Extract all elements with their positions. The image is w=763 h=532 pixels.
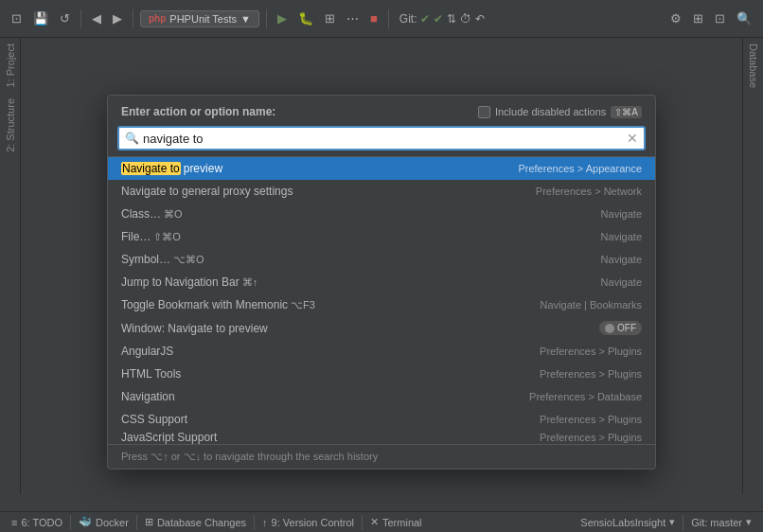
statusbar-docker[interactable]: 🐳 Docker [73,512,134,533]
toolbar-run-button[interactable]: ▶ [274,9,291,28]
git-check-icon: ✔ [420,12,430,26]
vc-label: 9: Version Control [272,517,354,528]
git-history-icon: ⏱ [460,12,471,26]
statusbar-sep-5 [683,515,683,530]
result-item-4[interactable]: Symbol… ⌥⌘O Navigate [108,248,655,271]
statusbar-sep-3 [254,515,255,530]
result-category-6: Navigate | Bookmarks [541,299,642,310]
phpunit-label: PHPUnit Tests [169,13,237,25]
result-name-5: Jump to Navigation Bar ⌘↑ [121,275,601,289]
result-name-3: File… ⇧⌘O [121,230,601,243]
result-item-11[interactable]: CSS Support Preferences > Plugins [108,408,655,431]
db-changes-label: Database Changes [157,517,246,528]
result-text-5: Jump to Navigation Bar [121,275,240,289]
toolbar-layout-button[interactable]: ⊞ [689,9,707,28]
toolbar-button-1[interactable]: ⊡ [8,9,26,28]
toolbar-button-forward[interactable]: ▶ [109,9,126,28]
result-text-6: Toggle Bookmark with Mnemonic [121,298,288,311]
statusbar-todo[interactable]: ≡ 6: TODO [6,512,68,533]
sidebar-item-structure[interactable]: 2: Structure [5,93,16,158]
todo-label: 6: TODO [21,517,62,528]
search-clear-icon[interactable]: ✕ [627,131,638,146]
todo-icon: ≡ [11,517,17,528]
main-area: Enter action or option name: Include dis… [21,38,742,494]
terminal-icon: ✕ [370,516,379,528]
toggle-off-badge[interactable]: OFF [599,321,642,335]
statusbar: ≡ 6: TODO 🐳 Docker ⊞ Database Changes ↑ … [0,511,763,532]
dialog-overlay: Enter action or option name: Include dis… [21,38,742,494]
result-name-8: AngularJS [121,345,540,358]
vc-icon: ↑ [262,517,268,528]
result-category-3: Navigate [601,231,642,242]
include-disabled-checkbox[interactable] [478,106,490,118]
result-item-10[interactable]: Navigation Preferences > Database [108,385,655,408]
statusbar-db-changes[interactable]: ⊞ Database Changes [139,512,252,533]
git-status-label: Git: master [691,517,742,528]
result-name-9: HTML Tools [121,367,540,381]
phpunit-selector[interactable]: php PHPUnit Tests ▼ [140,10,259,27]
sidebar-item-project[interactable]: 1: Project [5,38,16,93]
toolbar-sep-1 [80,9,81,28]
result-shortcut-3: ⇧⌘O [153,231,181,243]
result-item-8[interactable]: AngularJS Preferences > Plugins [108,340,655,363]
search-input[interactable] [143,132,623,146]
statusbar-sensio[interactable]: SensioLabsInsight ▾ [575,512,681,533]
result-item-5[interactable]: Jump to Navigation Bar ⌘↑ Navigate [108,271,655,293]
result-name-1: Navigate to general proxy settings [121,185,536,198]
result-item-6[interactable]: Toggle Bookmark with Mnemonic ⌥F3 Naviga… [108,293,655,316]
result-item-1[interactable]: Navigate to general proxy settings Prefe… [108,180,655,203]
sidebar-right: Database [742,38,763,494]
sidebar-left: 1: Project 2: Structure [0,38,21,494]
toolbar-debug-button[interactable]: 🐛 [294,9,317,28]
result-item-7[interactable]: Window: Navigate to preview OFF [108,316,655,340]
sidebar-item-database[interactable]: Database [748,38,759,94]
toolbar-right: ⚙ ⊞ ⊡ 🔍 [666,9,755,28]
toolbar-coverage-button[interactable]: ⊞ [321,9,339,28]
toolbar-inspect-button[interactable]: ⊡ [711,9,729,28]
result-item-0[interactable]: Navigate to preview Preferences > Appear… [108,157,655,180]
statusbar-git[interactable]: Git: master ▾ [685,512,757,533]
result-shortcut-4: ⌥⌘O [173,254,204,266]
result-item-2[interactable]: Class… ⌘O Navigate [108,203,655,225]
toolbar-button-back[interactable]: ◀ [88,9,105,28]
result-text-4: Symbol… [121,253,170,266]
sensio-label: SensioLabsInsight [580,517,665,528]
result-name-12: JavaScript Support [121,431,540,444]
toolbar-button-refresh[interactable]: ↺ [56,9,74,28]
result-text-2: Class… [121,207,161,221]
result-item-12[interactable]: JavaScript Support Preferences > Plugins [108,431,655,444]
result-text-12: JavaScript Support [121,431,217,444]
footer-hint: Press ⌥↑ or ⌥↓ to navigate through the s… [121,451,378,462]
git-label: Git: [399,12,417,26]
result-item-9[interactable]: HTML Tools Preferences > Plugins [108,363,655,385]
statusbar-version-control[interactable]: ↑ 9: Version Control [257,512,360,533]
result-suffix-0: preview [184,162,222,175]
toolbar-search-button[interactable]: 🔍 [733,9,755,28]
toolbar-more-button[interactable]: ⋯ [343,9,363,28]
result-category-11: Preferences > Plugins [540,414,642,425]
toolbar-button-save[interactable]: 💾 [29,9,52,28]
result-name-2: Class… ⌘O [121,207,601,221]
result-name-7: Window: Navigate to preview [121,322,592,335]
result-category-10: Preferences > Database [529,391,642,402]
action-dialog: Enter action or option name: Include dis… [107,95,656,470]
toolbar-sep-2 [133,9,133,28]
phpunit-icon: php [149,13,166,24]
statusbar-terminal[interactable]: ✕ Terminal [364,512,428,533]
result-category-0: Preferences > Appearance [518,163,642,174]
git-arrow-icon: ⇅ [447,12,456,26]
toggle-dot [605,324,614,333]
toolbar-settings-button[interactable]: ⚙ [666,9,685,28]
include-disabled-section: Include disabled actions ⇧⌘A [478,106,642,118]
result-name-11: CSS Support [121,413,540,426]
result-text-7: Window: Navigate to preview [121,322,268,335]
result-text-10: Navigation [121,390,175,403]
toolbar-stop-button[interactable]: ■ [366,9,382,28]
toolbar-sep-4 [388,9,389,28]
result-item-3[interactable]: File… ⇧⌘O Navigate [108,225,655,248]
result-category-9: Preferences > Plugins [540,368,642,380]
docker-icon: 🐳 [79,516,92,528]
dialog-header: Enter action or option name: Include dis… [108,96,655,126]
statusbar-sep-2 [136,515,137,530]
sensio-chevron: ▾ [669,516,675,528]
